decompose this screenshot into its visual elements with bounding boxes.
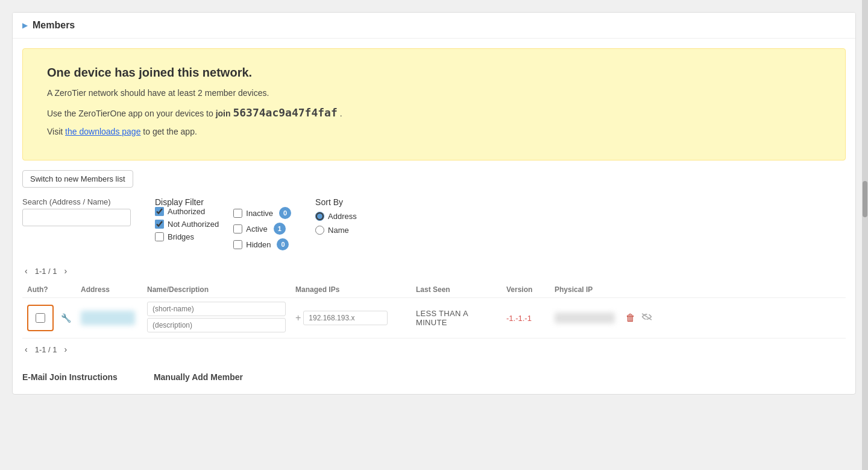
col-physical-ip: Physical IP bbox=[550, 282, 846, 298]
members-section-header: ▶ Members bbox=[13, 13, 855, 39]
pagination-top: ‹ 1-1 / 1 › bbox=[13, 260, 855, 282]
section-title: Members bbox=[33, 20, 75, 31]
inactive-checkbox-row: Inactive 0 bbox=[233, 207, 291, 219]
prev-page-button[interactable]: ‹ bbox=[22, 265, 30, 277]
banner-heading: One device has joined this network. bbox=[47, 66, 821, 80]
bottom-section: E-Mail Join Instructions Manually Add Me… bbox=[13, 360, 855, 394]
description-input[interactable] bbox=[147, 318, 286, 332]
address-value bbox=[81, 311, 135, 325]
managed-ip-row: + bbox=[295, 311, 406, 325]
short-name-input[interactable] bbox=[147, 302, 286, 316]
physical-ip-value bbox=[555, 313, 615, 323]
delete-member-button[interactable]: 🗑 bbox=[626, 313, 635, 323]
hidden-label: Hidden bbox=[246, 240, 271, 249]
pagination-range-bottom: 1-1 / 1 bbox=[35, 345, 57, 354]
sort-name-label: Name bbox=[328, 226, 349, 235]
sort-address-label: Address bbox=[328, 212, 357, 221]
display-filter-col-left: Authorized Not Authorized Bridges bbox=[155, 207, 219, 250]
add-ip-button[interactable]: + bbox=[295, 313, 301, 323]
authorized-label: Authorized bbox=[168, 207, 205, 216]
hidden-checkbox-row: Hidden 0 bbox=[233, 238, 291, 250]
active-badge: 1 bbox=[274, 223, 286, 235]
info-banner: One device has joined this network. A Ze… bbox=[22, 48, 846, 160]
auth-cell: 🔧 bbox=[22, 298, 76, 338]
inactive-badge: 0 bbox=[279, 207, 291, 219]
search-input[interactable] bbox=[22, 209, 131, 226]
banner-line1: A ZeroTier network should have at least … bbox=[47, 87, 821, 100]
managed-ips-cell: + bbox=[291, 298, 411, 338]
members-table: Auth? Address Name/Description Managed I… bbox=[22, 282, 846, 338]
address-cell bbox=[76, 298, 142, 338]
authorized-checkbox-row: Authorized bbox=[155, 207, 219, 216]
banner-line3-prefix: Visit bbox=[47, 127, 65, 136]
banner-network-id: 56374ac9a47f4faf bbox=[233, 106, 337, 119]
display-filter-label: Display Filter bbox=[155, 197, 291, 207]
hidden-checkbox[interactable] bbox=[233, 240, 242, 249]
banner-join-bold: join bbox=[216, 109, 231, 118]
sort-name-row: Name bbox=[315, 226, 357, 235]
table-header-row: Auth? Address Name/Description Managed I… bbox=[22, 282, 846, 298]
col-version: Version bbox=[502, 282, 550, 298]
next-page-button[interactable]: › bbox=[62, 265, 70, 277]
sort-by-group: Sort By Address Name bbox=[315, 197, 357, 235]
col-last-seen: Last Seen bbox=[411, 282, 502, 298]
sort-address-radio[interactable] bbox=[315, 212, 324, 221]
manually-add-member[interactable]: Manually Add Member bbox=[154, 372, 243, 382]
col-address: Address bbox=[76, 282, 142, 298]
col-auth: Auth? bbox=[22, 282, 76, 298]
ip-input[interactable] bbox=[303, 311, 388, 325]
scrollbar-thumb[interactable] bbox=[863, 181, 867, 217]
physical-ip-cell: 🗑 bbox=[550, 298, 846, 338]
members-table-section: Auth? Address Name/Description Managed I… bbox=[13, 282, 855, 338]
pagination-bottom: ‹ 1-1 / 1 › bbox=[13, 338, 855, 360]
inactive-checkbox[interactable] bbox=[233, 209, 242, 218]
banner-line2-suffix: . bbox=[340, 109, 342, 118]
last-seen-cell: LESS THAN A MINUTE bbox=[411, 298, 502, 338]
banner-line3-suffix: to get the app. bbox=[143, 127, 197, 136]
sort-by-label: Sort By bbox=[315, 197, 357, 207]
hide-member-button[interactable] bbox=[641, 313, 652, 323]
pagination-range: 1-1 / 1 bbox=[35, 267, 57, 276]
prev-page-bottom-button[interactable]: ‹ bbox=[22, 343, 30, 355]
email-join-instructions[interactable]: E-Mail Join Instructions bbox=[22, 372, 118, 382]
not-authorized-label: Not Authorized bbox=[168, 220, 219, 229]
switch-members-list-button[interactable]: Switch to new Members list bbox=[22, 170, 133, 188]
search-label: Search (Address / Name) bbox=[22, 197, 131, 206]
hidden-badge: 0 bbox=[277, 238, 289, 250]
display-filter-col-right: Inactive 0 Active 1 Hidden 0 bbox=[233, 207, 291, 250]
member-auth-checkbox[interactable] bbox=[36, 313, 45, 323]
active-label: Active bbox=[246, 224, 267, 233]
not-authorized-checkbox[interactable] bbox=[155, 220, 164, 229]
version-cell: -1.-1.-1 bbox=[502, 298, 550, 338]
col-name: Name/Description bbox=[142, 282, 291, 298]
collapse-icon[interactable]: ▶ bbox=[22, 21, 28, 30]
active-checkbox[interactable] bbox=[233, 224, 242, 233]
sort-address-row: Address bbox=[315, 212, 357, 221]
scrollbar[interactable] bbox=[862, 0, 868, 470]
name-desc-cell bbox=[142, 298, 291, 338]
bridges-checkbox-row: Bridges bbox=[155, 232, 219, 241]
banner-line3: Visit the downloads page to get the app. bbox=[47, 125, 821, 138]
banner-line2: Use the ZeroTierOne app on your devices … bbox=[47, 104, 821, 121]
action-icons: 🗑 bbox=[626, 313, 652, 323]
display-filter-group: Display Filter Authorized Not Authorized bbox=[155, 197, 291, 250]
auth-checkbox-wrapper bbox=[27, 305, 54, 331]
wrench-icon[interactable]: 🔧 bbox=[61, 313, 71, 323]
authorized-checkbox[interactable] bbox=[155, 207, 164, 216]
bridges-checkbox[interactable] bbox=[155, 232, 164, 241]
filters-section: Search (Address / Name) Display Filter A… bbox=[13, 197, 855, 260]
sort-name-radio[interactable] bbox=[315, 226, 324, 235]
banner-line2-prefix: Use the ZeroTierOne app on your devices … bbox=[47, 109, 216, 118]
not-authorized-checkbox-row: Not Authorized bbox=[155, 220, 219, 229]
search-group: Search (Address / Name) bbox=[22, 197, 131, 226]
active-checkbox-row: Active 1 bbox=[233, 223, 291, 235]
bridges-label: Bridges bbox=[168, 232, 194, 241]
next-page-bottom-button[interactable]: › bbox=[62, 343, 70, 355]
table-row: 🔧 + bbox=[22, 298, 846, 338]
downloads-link[interactable]: the downloads page bbox=[65, 127, 140, 136]
col-managed-ips: Managed IPs bbox=[291, 282, 411, 298]
inactive-label: Inactive bbox=[246, 209, 273, 218]
